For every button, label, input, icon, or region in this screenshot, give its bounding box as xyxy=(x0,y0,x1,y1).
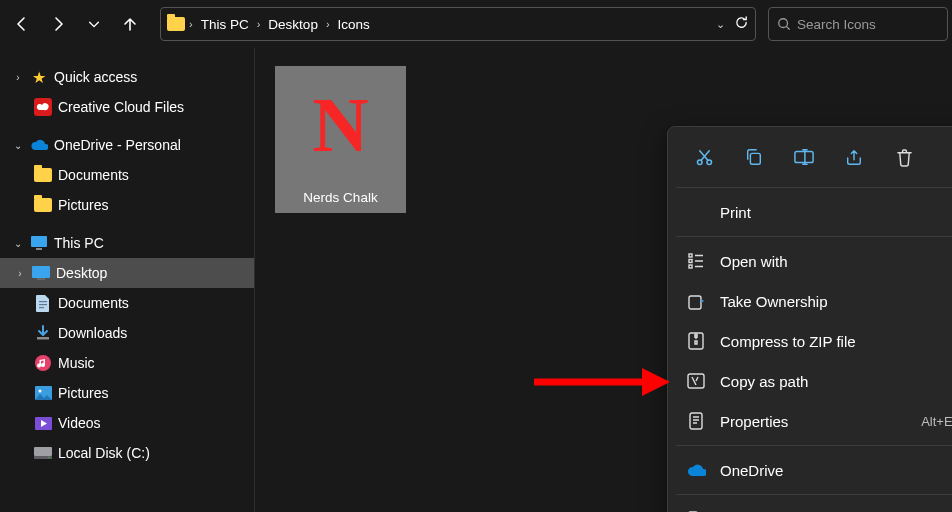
svg-rect-9 xyxy=(37,337,49,340)
ctx-onedrive[interactable]: OneDrive › xyxy=(674,450,952,490)
svg-marker-30 xyxy=(642,368,670,396)
ctx-label: Open with xyxy=(720,253,788,270)
thumbnail-letter: N xyxy=(312,86,368,164)
back-button[interactable] xyxy=(4,6,40,42)
ctx-label: Take Ownership xyxy=(720,293,828,310)
separator xyxy=(676,236,952,237)
ctx-take-ownership[interactable]: Take Ownership xyxy=(674,281,952,321)
search-icon xyxy=(777,17,791,31)
delete-button[interactable] xyxy=(884,139,924,175)
content-area[interactable]: N Nerds Chalk xyxy=(255,48,952,512)
svg-rect-6 xyxy=(39,301,47,302)
search-input[interactable]: Search Icons xyxy=(768,7,948,41)
download-icon xyxy=(34,324,52,342)
svg-rect-20 xyxy=(795,152,813,163)
svg-rect-27 xyxy=(690,413,702,429)
svg-rect-21 xyxy=(689,254,692,257)
refresh-button[interactable] xyxy=(734,15,749,34)
svg-rect-23 xyxy=(689,265,692,268)
chevron-right-icon: › xyxy=(189,18,193,30)
file-thumbnail: N xyxy=(275,66,406,184)
annotation-arrow xyxy=(530,364,670,404)
svg-point-10 xyxy=(35,355,51,371)
svg-rect-4 xyxy=(32,266,50,278)
folder-icon xyxy=(34,166,52,184)
svg-rect-5 xyxy=(37,278,45,280)
cloud-icon xyxy=(686,464,706,477)
zip-icon xyxy=(686,332,706,350)
separator xyxy=(676,445,952,446)
chevron-right-icon: › xyxy=(257,18,261,30)
ctx-print[interactable]: Print xyxy=(674,192,952,232)
monitor-icon xyxy=(30,234,48,252)
tree-onedrive[interactable]: ⌄ OneDrive - Personal xyxy=(0,130,254,160)
context-quick-actions xyxy=(674,133,952,183)
tree-pictures[interactable]: Pictures xyxy=(0,190,254,220)
up-button[interactable] xyxy=(112,6,148,42)
cut-button[interactable] xyxy=(684,139,724,175)
ctx-shortcut: Alt+Enter xyxy=(921,414,952,429)
sidebar: › ★ Quick access Creative Cloud Files ⌄ … xyxy=(0,48,255,512)
ctx-label: Properties xyxy=(720,413,788,430)
tree-desktop[interactable]: › Desktop xyxy=(0,258,254,288)
forward-button[interactable] xyxy=(40,6,76,42)
music-icon xyxy=(34,354,52,372)
folder-icon xyxy=(34,196,52,214)
chevron-right-icon: › xyxy=(326,18,330,30)
desktop-icon xyxy=(32,264,50,282)
breadcrumb-item[interactable]: Icons xyxy=(334,15,374,34)
tree-label: Quick access xyxy=(54,69,137,85)
open-with-icon xyxy=(686,252,706,270)
cloud-icon xyxy=(30,136,48,154)
file-tile[interactable]: N Nerds Chalk xyxy=(275,66,406,213)
address-bar[interactable]: › This PC › Desktop › Icons ⌄ xyxy=(160,7,756,41)
tree-videos[interactable]: Videos xyxy=(0,408,254,438)
ctx-label: Print xyxy=(720,204,751,221)
svg-point-12 xyxy=(38,390,41,393)
tree-music[interactable]: Music xyxy=(0,348,254,378)
tree-documents[interactable]: Documents xyxy=(0,160,254,190)
ctx-label: OneDrive xyxy=(720,462,783,479)
rename-button[interactable] xyxy=(784,139,824,175)
svg-rect-22 xyxy=(689,260,692,263)
separator xyxy=(676,494,952,495)
document-icon xyxy=(34,294,52,312)
context-menu: Print Open with › Take Ownership xyxy=(667,126,952,512)
tree-label: Desktop xyxy=(56,265,107,281)
copy-button[interactable] xyxy=(734,139,774,175)
tree-local-disk[interactable]: Local Disk (C:) xyxy=(0,438,254,468)
chevron-down-icon: ⌄ xyxy=(12,238,24,249)
ctx-properties[interactable]: Properties Alt+Enter xyxy=(674,401,952,441)
breadcrumb-item[interactable]: Desktop xyxy=(264,15,322,34)
tree-label: This PC xyxy=(54,235,104,251)
share-button[interactable] xyxy=(834,139,874,175)
svg-point-16 xyxy=(48,457,50,459)
copy-path-icon xyxy=(686,373,706,389)
shield-icon xyxy=(686,292,706,310)
ctx-label: Compress to ZIP file xyxy=(720,333,856,350)
separator xyxy=(676,187,952,188)
tree-pictures-pc[interactable]: Pictures xyxy=(0,378,254,408)
ctx-show-more[interactable]: Show more options Shift+F10 xyxy=(674,499,952,512)
breadcrumb-item[interactable]: This PC xyxy=(197,15,253,34)
ctx-open-with[interactable]: Open with › xyxy=(674,241,952,281)
tree-quick-access[interactable]: › ★ Quick access xyxy=(0,62,254,92)
properties-icon xyxy=(686,412,706,430)
tree-creative-cloud[interactable]: Creative Cloud Files xyxy=(0,92,254,122)
address-dropdown[interactable]: ⌄ xyxy=(714,18,726,31)
svg-rect-24 xyxy=(689,296,701,309)
tree-label: Downloads xyxy=(58,325,127,341)
tree-downloads[interactable]: Downloads xyxy=(0,318,254,348)
tree-label: OneDrive - Personal xyxy=(54,137,181,153)
chevron-right-icon: › xyxy=(12,72,24,83)
svg-rect-3 xyxy=(36,248,42,250)
star-icon: ★ xyxy=(30,68,48,86)
ctx-copy-path[interactable]: Copy as path xyxy=(674,361,952,401)
tree-this-pc[interactable]: ⌄ This PC xyxy=(0,228,254,258)
ctx-compress[interactable]: Compress to ZIP file xyxy=(674,321,952,361)
recent-dropdown[interactable] xyxy=(76,6,112,42)
tree-documents-pc[interactable]: Documents xyxy=(0,288,254,318)
drive-icon xyxy=(34,444,52,462)
tree-label: Pictures xyxy=(58,197,109,213)
svg-rect-2 xyxy=(31,236,47,247)
